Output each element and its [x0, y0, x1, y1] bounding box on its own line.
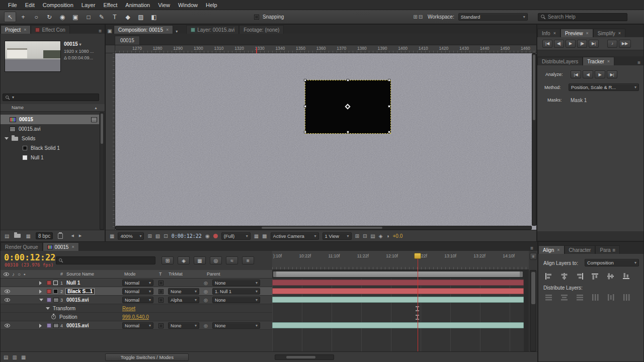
pane-toggle-switches-icon[interactable]: ▥ — [12, 354, 17, 360]
panel-menu-icon[interactable]: ≡ — [96, 28, 105, 34]
next-frame-button[interactable]: |▶ — [577, 40, 587, 48]
close-icon[interactable]: × — [24, 27, 26, 32]
label-color-chip[interactable] — [47, 323, 51, 328]
position-value[interactable]: 999.0,540.0 — [122, 313, 149, 321]
magnification-dropdown[interactable]: 400% — [118, 232, 144, 240]
project-search-input[interactable]: ▾ — [3, 94, 99, 101]
layer-bar-1[interactable] — [272, 280, 524, 286]
playhead-line[interactable] — [418, 253, 418, 351]
layer-name[interactable]: Null 1 — [66, 279, 80, 287]
close-icon[interactable]: × — [166, 27, 169, 32]
tab-simplify[interactable]: Simplify× — [593, 29, 625, 37]
pane-toggle-modes-icon[interactable]: ▦ — [21, 354, 26, 360]
panel-menu-icon[interactable]: ≡ — [526, 245, 537, 251]
selection-tool[interactable]: ↖ — [4, 12, 16, 22]
menu-view[interactable]: View — [154, 2, 174, 8]
name-column-header[interactable]: Name — [12, 105, 24, 110]
tab-paragraph[interactable]: Para≡ — [595, 245, 620, 254]
track-area[interactable] — [272, 279, 529, 351]
twirl-right-icon[interactable] — [39, 290, 42, 294]
align-top-icon[interactable] — [589, 273, 601, 280]
brush-tool[interactable]: ◆ — [122, 12, 134, 22]
viewer-crumb-00015[interactable]: 00015 — [115, 36, 140, 45]
anchor-point-icon[interactable] — [345, 104, 350, 109]
layer-bar-3[interactable] — [272, 297, 524, 303]
source-name-column-header[interactable]: Source Name — [66, 272, 94, 277]
selection-handle[interactable] — [388, 105, 390, 108]
parent-dropdown[interactable]: 1. Null 1 — [212, 288, 260, 295]
snapping-checkbox[interactable] — [254, 15, 259, 20]
pixel-aspect-icon[interactable]: ▤ — [370, 233, 375, 239]
tab-timeline-00015[interactable]: 00015× — [43, 242, 79, 251]
project-item-solids[interactable]: Solids — [1, 134, 99, 143]
tab-character[interactable]: Character — [565, 245, 596, 254]
project-item-00015[interactable]: 00015 — [1, 115, 99, 124]
selection-handle[interactable] — [388, 131, 390, 133]
trkmat-column-header[interactable]: TrkMat — [169, 272, 183, 277]
close-icon[interactable]: × — [71, 244, 74, 249]
close-icon[interactable]: × — [557, 247, 559, 252]
interpret-footage-icon[interactable]: ▤ — [5, 233, 9, 239]
flowchart-icon[interactable]: ◈ — [379, 233, 383, 239]
close-icon[interactable]: × — [553, 31, 556, 36]
timeline-vscrollbar[interactable] — [530, 270, 536, 351]
transform-label[interactable]: Transform — [53, 304, 75, 313]
menu-file[interactable]: File — [4, 2, 21, 8]
menu-help[interactable]: Help — [202, 2, 221, 8]
align-left-icon[interactable] — [542, 273, 554, 280]
project-scrollbar[interactable] — [100, 112, 104, 230]
pickwhip-icon[interactable]: ◎ — [204, 323, 208, 328]
black-solid-layer[interactable] — [305, 80, 391, 134]
motion-blur-button[interactable]: ≈ — [226, 256, 238, 264]
tab-distribute-layers[interactable]: DistributeLayers — [537, 57, 583, 65]
zoom-tool[interactable]: ○ — [30, 12, 42, 22]
playhead-handle[interactable] — [414, 253, 421, 259]
prev-frame-button[interactable]: ◀| — [554, 40, 564, 48]
selection-handle[interactable] — [304, 131, 306, 133]
tab-effect-controls[interactable]: Effect Con — [31, 25, 70, 34]
distribute-bottom-icon[interactable] — [574, 294, 586, 301]
align-right-icon[interactable] — [574, 273, 586, 280]
type-tool[interactable]: T — [109, 12, 121, 22]
distribute-right-icon[interactable] — [620, 294, 632, 301]
pan-behind-tool[interactable]: ▣ — [69, 12, 82, 22]
tab-preview[interactable]: Preview× — [560, 29, 593, 37]
menu-window[interactable]: Window — [174, 2, 202, 8]
current-timecode[interactable]: 0:00:12:22 — [4, 252, 55, 262]
audio-toggle-button[interactable]: ♪ — [607, 40, 617, 48]
clone-stamp-tool[interactable]: ▨ — [135, 12, 147, 22]
eye-icon[interactable] — [5, 290, 10, 293]
preserve-transparency-checkbox[interactable] — [158, 323, 164, 328]
selection-handle[interactable] — [388, 79, 390, 81]
project-item-null-1[interactable]: Null 1 — [1, 153, 99, 162]
distribute-top-icon[interactable] — [542, 294, 554, 301]
mode-dropdown[interactable]: Normal — [122, 288, 153, 295]
bit-depth-button[interactable]: 8 bpc — [36, 232, 53, 239]
parent-column-header[interactable]: Parent — [207, 272, 220, 277]
layer-bar-4[interactable] — [272, 322, 524, 328]
analyze-forward-1-button[interactable]: ▶| — [607, 70, 617, 78]
view-layout-dropdown[interactable]: 1 View — [323, 232, 352, 240]
prev-arrow-icon[interactable]: ◀ — [71, 234, 73, 238]
sort-arrow-icon[interactable]: ▲ — [94, 106, 98, 110]
hide-shy-button[interactable]: ▦ — [194, 256, 206, 264]
tab-render-queue[interactable]: Render Queue — [1, 242, 43, 251]
tab-footage-none[interactable]: Footage: (none) — [239, 25, 284, 34]
distribute-horizontal-center-icon[interactable] — [605, 294, 617, 301]
region-of-interest-icon[interactable]: ▦ — [254, 233, 259, 239]
twirl-right-icon[interactable] — [39, 324, 42, 328]
rotation-tool[interactable]: ↻ — [43, 12, 55, 22]
label-color-chip[interactable] — [47, 281, 51, 285]
trkmat-dropdown[interactable]: None — [168, 288, 199, 295]
trkmat-dropdown[interactable]: Alpha — [168, 297, 199, 303]
last-frame-button[interactable]: ▶| — [589, 40, 599, 48]
parent-dropdown[interactable]: None — [212, 322, 260, 329]
analyze-backward-button[interactable]: ◀ — [583, 70, 593, 78]
stopwatch-icon[interactable] — [51, 315, 56, 319]
close-icon[interactable]: × — [607, 59, 610, 64]
mode-column-header[interactable]: Mode — [124, 272, 136, 277]
mode-dropdown[interactable]: Normal — [122, 297, 153, 303]
analyze-forward-button[interactable]: ▶ — [595, 70, 605, 78]
grid-icon[interactable]: ⊞ — [355, 233, 359, 239]
grid2-icon[interactable]: ⊟ — [363, 233, 367, 239]
